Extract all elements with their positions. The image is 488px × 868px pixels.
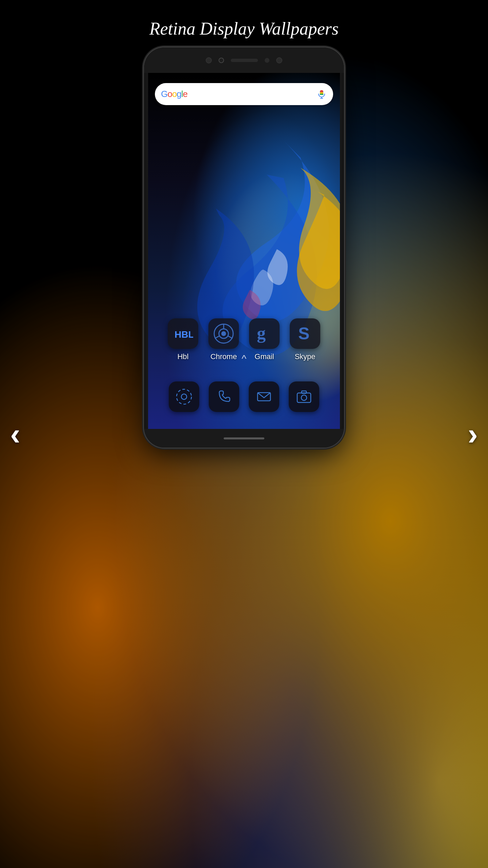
phone-speaker [231,59,258,62]
up-arrow: ^ [242,353,246,364]
camera-left [206,57,212,63]
svg-line-10 [228,336,232,338]
google-logo: Google [161,89,187,99]
settings-icon [169,381,199,412]
nav-arrow-left[interactable]: ‹ [10,417,20,452]
dock-item-settings[interactable] [169,381,199,412]
svg-point-16 [177,389,191,404]
app-item-gmail[interactable]: g Gmail [249,318,280,361]
app-item-chrome[interactable]: Chrome [208,318,239,361]
phone-screen: Google [148,73,340,429]
phone-call-icon [209,381,239,412]
svg-text:g: g [257,323,266,343]
dock-item-phone[interactable] [209,381,239,412]
phone-sensor [265,58,269,63]
home-indicator [224,437,264,439]
mic-icon[interactable] [316,89,327,100]
app-item-hbl[interactable]: HBL Hbl [168,318,198,361]
page-title: Retina Display Wallpapers [149,19,339,39]
chrome-label: Chrome [210,352,237,361]
skype-icon: S [290,318,320,349]
svg-point-12 [221,331,226,336]
svg-point-19 [301,395,307,400]
svg-rect-20 [302,391,306,393]
camera-app-icon [289,381,319,412]
app-item-skype[interactable]: S Skype [290,318,320,361]
hbl-label: Hbl [177,352,188,361]
dock-item-email[interactable] [249,381,279,412]
svg-point-15 [181,394,187,399]
phone-top-bar [144,47,344,73]
google-search-bar[interactable]: Google [155,83,333,105]
camera-right [276,57,282,63]
phone-bottom-bar [144,429,344,448]
svg-rect-3 [320,90,323,92]
chrome-icon [208,318,239,349]
phone-frame: Google [144,47,344,448]
svg-rect-18 [297,393,311,402]
nav-arrow-right[interactable]: › [468,417,478,452]
hbl-icon: HBL [168,318,198,349]
gmail-icon: g [249,318,280,349]
svg-rect-4 [320,92,323,94]
svg-line-11 [215,336,219,338]
svg-text:S: S [298,324,309,343]
dock-item-camera[interactable] [289,381,319,412]
svg-rect-5 [320,94,323,95]
gmail-label: Gmail [255,352,274,361]
svg-text:HBL: HBL [175,329,193,340]
email-icon [249,381,279,412]
skype-label: Skype [294,352,315,361]
camera-front [219,58,224,63]
dock [148,371,340,422]
